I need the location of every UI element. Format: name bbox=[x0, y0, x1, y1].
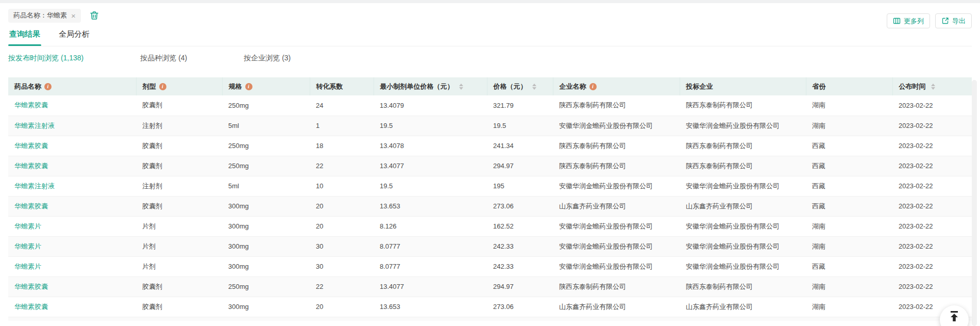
cell-drug-name: 华蟾素胶囊 bbox=[8, 136, 136, 156]
cell-drug-name: 华蟾素片 bbox=[8, 216, 136, 236]
clear-filters-button[interactable] bbox=[89, 10, 99, 21]
cell: 胶囊剂 bbox=[136, 196, 222, 216]
cell: 273.06 bbox=[487, 196, 553, 216]
table-row: 华蟾素胶囊胶囊剂250mg1813.4078241.34陕西东泰制药有限公司陕西… bbox=[8, 136, 972, 156]
cell: 胶囊剂 bbox=[136, 95, 222, 116]
cell: 300mg bbox=[222, 256, 310, 276]
results-page: 药品名称：华蟾素 × 更多列 导出 查询结果全局分析 bbox=[0, 8, 980, 321]
more-columns-button[interactable]: 更多列 bbox=[887, 13, 930, 28]
cell: 陕西东泰制药有限公司 bbox=[680, 156, 806, 176]
drug-link[interactable]: 华蟾素胶囊 bbox=[14, 142, 48, 150]
sort-asc-icon bbox=[931, 84, 935, 86]
cell: 2023-02-22 bbox=[892, 136, 972, 156]
back-to-top-icon bbox=[948, 310, 960, 323]
cell: 19.5 bbox=[374, 176, 487, 196]
cell: 2023-02-22 bbox=[892, 236, 972, 256]
drug-link[interactable]: 华蟾素胶囊 bbox=[14, 202, 48, 210]
cell: 250mg bbox=[222, 136, 310, 156]
partial-next-row bbox=[8, 317, 972, 321]
cell: 2023-02-22 bbox=[892, 216, 972, 236]
sort-icon[interactable] bbox=[931, 84, 935, 90]
cell: 8.126 bbox=[374, 216, 487, 236]
vertical-scrollbar[interactable] bbox=[972, 80, 977, 326]
column-header-5: 价格（元） bbox=[487, 77, 553, 95]
cell: 湖南 bbox=[806, 216, 892, 236]
browse-link-1[interactable]: 按品种浏览 (4) bbox=[140, 54, 187, 63]
drug-link[interactable]: 华蟾素注射液 bbox=[14, 182, 55, 190]
cell: 13.4079 bbox=[374, 95, 487, 116]
cell: 20 bbox=[310, 196, 374, 216]
cell: 8.0777 bbox=[374, 236, 487, 256]
cell: 1 bbox=[310, 116, 374, 136]
cell: 13.4078 bbox=[374, 136, 487, 156]
cell: 山东鑫齐药业有限公司 bbox=[553, 196, 680, 216]
column-label: 转化系数 bbox=[316, 82, 343, 91]
cell-drug-name: 华蟾素片 bbox=[8, 256, 136, 276]
table-row: 华蟾素胶囊胶囊剂300mg2013.653273.06山东鑫齐药业有限公司山东鑫… bbox=[8, 297, 972, 317]
info-icon[interactable]: i bbox=[159, 83, 166, 90]
column-label: 价格（元） bbox=[494, 82, 527, 91]
cell: 8.0777 bbox=[374, 256, 487, 276]
column-label: 省份 bbox=[813, 82, 826, 91]
cell: 胶囊剂 bbox=[136, 136, 222, 156]
table-row: 华蟾素片片剂300mg308.0777242.33安徽华润金蟾药业股份有限公司安… bbox=[8, 256, 972, 276]
filter-bar: 药品名称：华蟾素 × bbox=[8, 8, 972, 23]
cell: 陕西东泰制药有限公司 bbox=[553, 156, 680, 176]
cell: 山东鑫齐药业有限公司 bbox=[680, 297, 806, 317]
table-header-row: 药品名称i剂型i规格i转化系数最小制剂单位价格（元）价格（元）企业名称i投标企业… bbox=[8, 77, 972, 95]
sort-desc-icon bbox=[459, 87, 463, 90]
cell: 湖南 bbox=[806, 95, 892, 116]
cell-drug-name: 华蟾素胶囊 bbox=[8, 196, 136, 216]
cell: 13.653 bbox=[374, 297, 487, 317]
browse-link-2[interactable]: 按企业浏览 (3) bbox=[244, 54, 291, 63]
browse-links: 按发布时间浏览 (1,138)按品种浏览 (4)按企业浏览 (3) bbox=[8, 54, 972, 63]
tab-0[interactable]: 查询结果 bbox=[9, 29, 40, 46]
drug-link[interactable]: 华蟾素片 bbox=[14, 242, 41, 250]
filter-tag-drug-name: 药品名称：华蟾素 × bbox=[8, 9, 81, 23]
cell: 294.97 bbox=[487, 156, 553, 176]
column-label: 规格 bbox=[229, 82, 242, 91]
column-header-3: 转化系数 bbox=[310, 77, 374, 95]
cell: 西藏 bbox=[806, 196, 892, 216]
column-header-7: 投标企业 bbox=[680, 77, 806, 95]
cell: 30 bbox=[310, 236, 374, 256]
cell: 10 bbox=[310, 176, 374, 196]
drug-link[interactable]: 华蟾素胶囊 bbox=[14, 303, 48, 311]
cell: 陕西东泰制药有限公司 bbox=[680, 95, 806, 116]
column-header-6: 企业名称i bbox=[553, 77, 680, 95]
sort-asc-icon bbox=[532, 84, 536, 86]
drug-link[interactable]: 华蟾素注射液 bbox=[14, 122, 55, 129]
cell: 2023-02-22 bbox=[892, 256, 972, 276]
cell: 片剂 bbox=[136, 216, 222, 236]
table-row: 华蟾素胶囊胶囊剂250mg2213.4077294.97陕西东泰制药有限公司陕西… bbox=[8, 156, 972, 176]
cell: 300mg bbox=[222, 236, 310, 256]
tag-close-icon[interactable]: × bbox=[71, 12, 76, 20]
column-label: 企业名称 bbox=[560, 82, 586, 91]
column-header-1: 剂型i bbox=[136, 77, 222, 95]
info-icon[interactable]: i bbox=[589, 83, 597, 90]
browse-link-0[interactable]: 按发布时间浏览 (1,138) bbox=[8, 54, 83, 63]
cell: 2023-02-22 bbox=[892, 156, 972, 176]
cell: 安徽华润金蟾药业股份有限公司 bbox=[680, 236, 806, 256]
sort-asc-icon bbox=[459, 84, 463, 86]
cell: 陕西东泰制药有限公司 bbox=[680, 136, 806, 156]
table-row: 华蟾素片片剂300mg208.126162.52安徽华润金蟾药业股份有限公司安徽… bbox=[8, 216, 972, 236]
cell: 安徽华润金蟾药业股份有限公司 bbox=[553, 216, 680, 236]
drug-link[interactable]: 华蟾素片 bbox=[14, 263, 41, 270]
info-icon[interactable]: i bbox=[44, 83, 52, 90]
info-icon[interactable]: i bbox=[245, 83, 252, 90]
table-row: 华蟾素注射液注射剂5ml1019.5195安徽华润金蟾药业股份有限公司安徽华润金… bbox=[8, 176, 972, 196]
drug-link[interactable]: 华蟾素胶囊 bbox=[14, 101, 48, 109]
cell: 273.06 bbox=[487, 297, 553, 317]
drug-link[interactable]: 华蟾素胶囊 bbox=[14, 162, 48, 170]
sort-icon[interactable] bbox=[459, 84, 463, 90]
export-label: 导出 bbox=[952, 17, 966, 26]
tab-1[interactable]: 全局分析 bbox=[59, 29, 90, 46]
export-button[interactable]: 导出 bbox=[935, 13, 972, 28]
column-header-2: 规格i bbox=[222, 77, 310, 95]
drug-link[interactable]: 华蟾素胶囊 bbox=[14, 283, 48, 290]
cell: 山东鑫齐药业有限公司 bbox=[553, 297, 680, 317]
sort-icon[interactable] bbox=[532, 84, 536, 90]
drug-link[interactable]: 华蟾素片 bbox=[14, 222, 41, 230]
cell: 22 bbox=[310, 156, 374, 176]
